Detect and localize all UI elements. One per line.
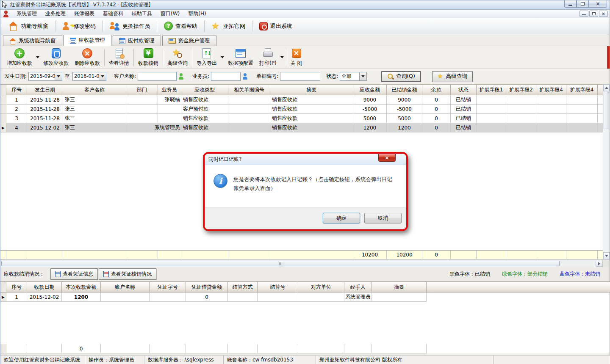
receipt-detail-area: 序号收款日期本次收款金额账户名称凭证字号凭证借贷金额结算方式结算号对方单位经手人…: [0, 281, 610, 355]
mdi-minimize-button[interactable]: [580, 11, 588, 17]
column-header-4[interactable]: 账户名称: [101, 282, 150, 292]
table-row[interactable]: 32015-11-28张三销售应收款销售应收款500050000已结销: [0, 114, 604, 123]
mdi-close-button[interactable]: ×: [599, 11, 608, 17]
column-header-2[interactable]: 发生日期: [27, 85, 63, 95]
table-row[interactable]: ▶12015-12-0212000系统管理员: [0, 292, 610, 302]
action-add-receivable[interactable]: 增加应收款: [4, 48, 35, 67]
tab-receivable[interactable]: 应收款管理: [64, 35, 112, 46]
table-cell: 1: [6, 95, 27, 105]
column-header-9[interactable]: 对方单位: [298, 282, 344, 292]
dropdown-arrow-icon[interactable]: [280, 48, 285, 67]
toolbar-nav-window[interactable]: 功能导航窗: [3, 19, 54, 33]
vertical-scrollbar[interactable]: [603, 84, 610, 259]
column-header-15[interactable]: 扩展字段4: [536, 85, 566, 95]
toolbar-switch-operator[interactable]: 更换操作员: [104, 19, 155, 33]
column-header-13[interactable]: 扩展字段1: [477, 85, 506, 95]
date-to-dropdown-icon[interactable]: [99, 72, 106, 80]
column-header-5[interactable]: 业务员: [158, 85, 181, 95]
action-data-config[interactable]: 数据项配置: [225, 48, 256, 67]
column-header-16[interactable]: 扩展字段4: [566, 85, 598, 95]
customer-input[interactable]: [138, 72, 177, 81]
column-header-10[interactable]: 已结销金额: [387, 85, 422, 95]
tab-payable[interactable]: 应付款管理: [113, 36, 161, 46]
scroll-down-icon[interactable]: [603, 252, 610, 259]
column-header-8[interactable]: 摘要: [270, 85, 353, 95]
toolbar-exit-system[interactable]: 退出系统: [254, 19, 298, 33]
doc-number-input[interactable]: [280, 72, 320, 81]
menu-item-6[interactable]: 窗口(W): [156, 10, 184, 18]
dialog-close-button[interactable]: ×: [378, 154, 396, 162]
action-edit-receivable[interactable]: 修改应收款: [40, 48, 72, 67]
column-header-11[interactable]: 余款: [422, 85, 451, 95]
column-header-6[interactable]: 应收类型: [181, 85, 228, 95]
close-button[interactable]: ×: [589, 0, 607, 8]
menu-item-3[interactable]: 账簿报表: [70, 10, 99, 18]
menu-item-4[interactable]: 基础资料: [99, 10, 128, 18]
menu-item-5[interactable]: 辅助工具: [128, 10, 156, 18]
view-voucher-info[interactable]: 查看凭证信息: [50, 268, 98, 280]
scroll-right-icon[interactable]: [596, 261, 602, 267]
column-header-1[interactable]: 序号: [6, 85, 27, 95]
date-from-combo[interactable]: 2015-09-02: [28, 72, 62, 81]
query-button[interactable]: 查询(Q): [381, 71, 421, 82]
customer-person-icon[interactable]: [178, 73, 184, 80]
salesman-person-icon[interactable]: [242, 73, 248, 80]
tab-system-nav[interactable]: 系统功能导航窗: [3, 36, 62, 46]
column-header-2[interactable]: 收款日期: [27, 282, 62, 292]
action-delete-receivable[interactable]: 删除应收款: [72, 48, 103, 67]
salesman-input[interactable]: [211, 72, 241, 81]
action-toolbar: 增加应收款修改应收款删除应收款查看详情收款核销高级查询导入导出数据项配置打印(P…: [0, 46, 610, 69]
advanced-query-button[interactable]: 高级查询: [432, 71, 473, 82]
restore-button[interactable]: [577, 0, 589, 8]
view-voucher-writeoff[interactable]: 查看凭证核销情况: [99, 268, 156, 280]
action-label: 收款核销: [138, 60, 158, 67]
column-header-7[interactable]: 结算方式: [228, 282, 258, 292]
toolbar-view-help[interactable]: 查看帮助: [158, 19, 203, 33]
dropdown-arrow-icon[interactable]: [35, 48, 40, 67]
action-print[interactable]: 打印(P): [256, 48, 280, 67]
toolbar-yatuo-website[interactable]: 亚拓官网: [206, 19, 251, 33]
vertical-scrollbar-thumb[interactable]: [604, 92, 609, 129]
column-header-3[interactable]: 本次收款金额: [62, 282, 101, 292]
action-import-export[interactable]: 导入导出: [194, 48, 220, 67]
action-advanced-query[interactable]: 高级查询: [164, 48, 191, 67]
menu-item-7[interactable]: 帮助(H): [184, 10, 210, 18]
column-header-12[interactable]: 状态: [451, 85, 477, 95]
column-header-7[interactable]: 相关单据编号: [228, 85, 270, 95]
column-header-14[interactable]: 扩展字段2: [506, 85, 536, 95]
status-combo[interactable]: 全部: [340, 72, 367, 81]
horizontal-scrollbar[interactable]: [0, 259, 610, 267]
dropdown-arrow-icon[interactable]: [220, 48, 225, 67]
table-row[interactable]: 22015-11-28张三客户预付款销售应收款-5000-50000已结销: [0, 105, 604, 114]
action-receipt-writeoff[interactable]: 收款核销: [135, 48, 161, 67]
column-header-5[interactable]: 凭证字号: [150, 282, 186, 292]
printer-icon: [263, 48, 272, 58]
minimize-button[interactable]: [564, 0, 577, 8]
column-header-3[interactable]: 客户名称: [63, 85, 126, 95]
toolbar-change-password[interactable]: 修改密码: [57, 19, 101, 33]
table-cell: [566, 114, 598, 123]
column-header-8[interactable]: 结算号: [258, 282, 298, 292]
date-to-combo[interactable]: 2016-01-02: [72, 72, 106, 81]
column-header-10[interactable]: 经手人: [344, 282, 372, 292]
cancel-button[interactable]: 取消: [364, 213, 402, 223]
date-from-dropdown-icon[interactable]: [55, 72, 62, 80]
menu-item-1[interactable]: 系统管理: [12, 10, 41, 18]
column-header-6[interactable]: 凭证借贷金额: [186, 282, 228, 292]
tab-fund-accounts[interactable]: 资金账户管理: [162, 36, 216, 46]
scroll-up-icon[interactable]: [603, 84, 610, 91]
ok-button[interactable]: 确定: [323, 213, 360, 223]
status-dropdown-icon[interactable]: [359, 72, 366, 80]
mdi-close-icon: ×: [599, 11, 607, 17]
horizontal-scrollbar-thumb[interactable]: [1, 261, 560, 266]
action-view-detail[interactable]: 查看详情: [106, 48, 132, 67]
menu-item-2[interactable]: 业务处理: [41, 10, 70, 18]
column-header-11[interactable]: 摘要: [372, 282, 427, 292]
column-header-4[interactable]: 部门: [126, 85, 158, 95]
table-row[interactable]: 12015-11-28张三张晓楠销售应收款销售应收款900090000已结销: [0, 95, 604, 105]
column-header-9[interactable]: 应收金额: [353, 85, 387, 95]
column-header-1[interactable]: 序号: [6, 282, 27, 292]
table-row[interactable]: ▶42015-12-02张三系统管理员销售应收款销售应收款120012000已结…: [0, 123, 604, 132]
action-close[interactable]: 关 闭: [288, 48, 305, 67]
mdi-restore-button[interactable]: [589, 11, 598, 17]
